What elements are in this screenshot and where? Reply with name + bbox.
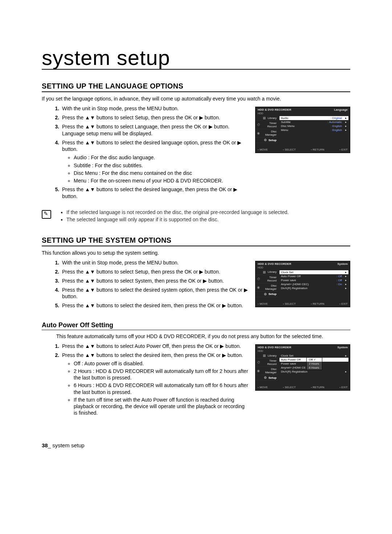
bullet: Off : Auto power off is disabled. [74,360,249,367]
page-title: system setup [42,47,350,70]
osd-option: Power save: Off▸ [279,278,348,282]
gear-icon: ⚙ [264,376,267,379]
step: With the unit in Stop mode, press the ME… [61,259,249,266]
osd-submenu: Off ✓ 2 Hours 6 Hours [306,357,322,370]
sidebar-label: Setup [269,139,277,142]
step: Press the ▲▼ buttons to select the desir… [61,352,249,416]
osd-context: System [338,262,348,266]
osd-option: Auto Power Off: Off▸ [279,274,348,278]
heading-auto-power-off: Auto Power Off Setting [42,321,350,330]
osd-submenu-item: 6 Hours [307,366,322,370]
bullet: Subtitle : For the disc subtitles. [74,162,249,169]
clock-icon: ⏱ [257,361,260,364]
osd-option: Menu: English▸ [279,128,348,132]
chevron-right-icon: ▸ [345,279,347,282]
osd-hint: MOVE [258,302,268,305]
osd-footer: MOVE SELECT RETURN EXIT [256,384,350,390]
sidebar-label: Timer Record [262,122,277,128]
osd-hint: MOVE [258,386,268,389]
intro-language: If you set the language options, in adva… [42,96,350,102]
library-icon: ▦ [263,116,266,120]
osd-main: Clock Set▸ Auto Power Off Power save Any… [278,353,350,384]
osd-hint: RETURN [311,148,324,151]
steps-auto-power-off: Press the ▲▼ buttons to select Auto Powe… [42,343,249,416]
osd-device: HDD [256,350,350,353]
osd-option: Anynet+ (HDMI CEC): On▸ [279,282,348,286]
osd-sidebar: ▦Library ⏱Timer Record ◉Disc Manager ⚙Se… [256,353,278,384]
osd-device: HDD [256,112,350,115]
osd-sidebar: ▦Library ⏱Timer Record ◉Disc Manager ⚙Se… [256,270,278,301]
osd-device: HDD [256,266,350,270]
osd-option: Audio: Original▸ [279,116,348,120]
step: Press the ▲▼ buttons to select Setup, th… [61,268,249,275]
footer-label: system setup [52,442,84,448]
steps-language: With the unit in Stop mode, press the ME… [42,105,249,200]
bullet: If the turn off time set with the Auto P… [74,397,249,416]
heading-language-options: SETTING UP THE LANGUAGE OPTIONS [42,82,350,92]
osd-option: Subtitle: Automatic▸ [279,120,348,124]
chevron-right-icon: ▸ [345,287,347,290]
bullet: Menu : For the on-screen menu of your HD… [74,177,249,184]
page-number: 38 [42,442,48,448]
sidebar-label: Timer Record [262,276,277,282]
osd-hint: SELECT [283,148,296,151]
note-icon [42,210,51,219]
library-icon: ▦ [263,354,266,357]
sidebar-label: Timer Record [262,359,277,366]
sidebar-label: Library [268,116,277,120]
sidebar-label: Library [268,270,277,274]
osd-footer: MOVE SELECT RETURN EXIT [256,301,350,307]
step-text: Press the ▲▼ buttons to select the desir… [62,140,241,152]
osd-hint: SELECT [283,386,296,389]
osd-figure-language: HDD & DVD RECORDER Language HDD ▦Library… [255,107,350,153]
disc-icon: ◉ [257,131,260,135]
osd-option: Clock Set▸ [279,270,348,274]
sidebar-label: Disc Manager [261,130,277,136]
osd-option: DivX(R) Registration▸ [279,370,348,374]
bullet: Audio : For the disc audio language. [74,154,249,161]
osd-footer: MOVE SELECT RETURN EXIT [256,147,350,153]
intro-auto-power-off: This feature automatically turns off you… [56,333,350,340]
osd-hint: EXIT [339,302,348,305]
osd-hint: EXIT [339,148,348,151]
disc-icon: ◉ [257,286,260,289]
osd-hint: MOVE [258,148,268,151]
heading-system-options: SETTING UP THE SYSTEM OPTIONS [42,236,350,246]
sidebar-label: Setup [269,292,277,296]
osd-title: HDD & DVD RECORDER [258,262,291,266]
library-icon: ▦ [263,270,266,274]
step: Press the ▲▼ buttons to select the desir… [61,186,249,200]
intro-system: This function allows you to setup the sy… [42,250,350,256]
chevron-right-icon: ▸ [345,116,347,120]
osd-option: Disc Menu: English▸ [279,124,348,128]
osd-title: HDD & DVD RECORDER [258,108,291,111]
bullet: 6 Hours : HDD & DVD RECORDER will automa… [74,382,249,395]
chevron-right-icon: ▸ [345,128,347,132]
chevron-right-icon: ▸ [345,370,347,373]
step: Press the ▲▼ buttons to select System, t… [61,278,249,284]
step: Press the ▲▼ buttons to select Auto Powe… [61,343,249,350]
osd-main: Audio: Original▸ Subtitle: Automatic▸ Di… [278,115,350,147]
osd-sidebar: ▦Library ⏱Timer Record ◉Disc Manager ⚙Se… [256,115,278,147]
sidebar-label: Setup [269,376,277,379]
osd-context: Language [334,108,348,111]
bullet: Disc Menu : For the disc menu contained … [74,170,249,176]
chevron-right-icon: ▸ [345,275,347,278]
step: Press the ▲▼ buttons to select the desir… [61,287,249,300]
steps-system: With the unit in Stop mode, press the ME… [42,259,249,309]
sidebar-label: Disc Manager [261,284,277,291]
step-text: Press the ▲▼ buttons to select the desir… [62,352,243,358]
gear-icon: ⚙ [264,292,267,296]
chevron-right-icon: ▸ [345,124,347,128]
footer-sep: _ [48,442,51,448]
step: With the unit in Stop mode, press the ME… [61,105,249,112]
step: Press the ▲▼ buttons to select the desir… [61,302,249,309]
step: Press the ▲▼ buttons to select Language,… [61,123,249,137]
disc-icon: ◉ [257,369,260,373]
step: Press the ▲▼ buttons to select the desir… [61,139,249,184]
gear-icon: ⚙ [264,138,267,142]
osd-hint: RETURN [311,302,324,305]
chevron-right-icon: ▸ [345,120,347,124]
clock-icon: ⏱ [257,277,260,281]
osd-figure-system: HDD & DVD RECORDER System HDD ▦Library ⏱… [255,261,350,307]
